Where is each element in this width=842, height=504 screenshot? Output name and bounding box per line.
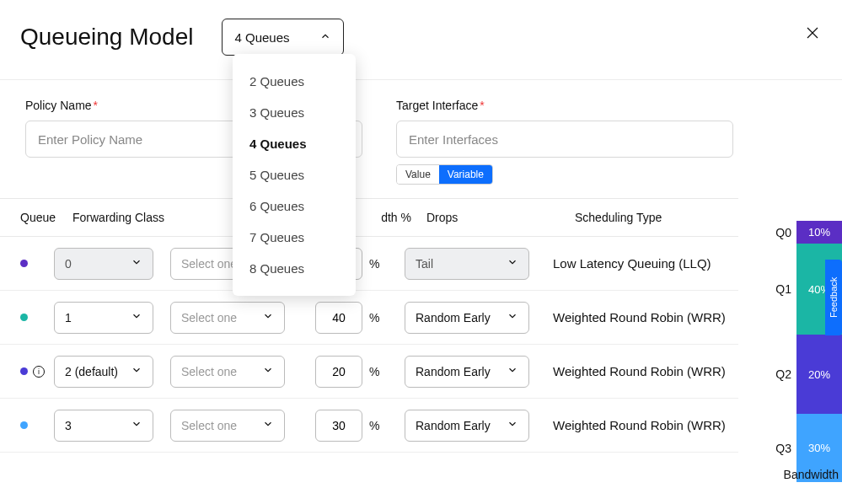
drops-select[interactable]: Random Early <box>405 410 529 442</box>
queues-option[interactable]: 5 Queues <box>233 159 356 190</box>
scheduling-type-text: Weighted Round Robin (WRR) <box>548 310 738 324</box>
queues-option[interactable]: 6 Queues <box>233 190 356 222</box>
required-asterisk: * <box>94 99 98 112</box>
chart-bar-label: Q1 <box>770 282 796 296</box>
bandwidth-unit: % <box>369 365 379 378</box>
target-interface-label: Target Interface* <box>396 99 733 112</box>
scheduling-type-text: Weighted Round Robin (WRR) <box>548 418 738 432</box>
chart-bar: 20% <box>796 335 842 414</box>
chart-bar: 10% <box>796 221 842 244</box>
bandwidth-unit: % <box>369 257 379 271</box>
queue-color-dot <box>20 367 28 375</box>
chevron-down-icon <box>262 310 274 324</box>
chevron-down-icon <box>507 364 518 378</box>
value-variable-toggle: Value Variable <box>396 164 493 185</box>
queues-dropdown-panel: 2 Queues3 Queues4 Queues5 Queues6 Queues… <box>233 54 356 296</box>
queues-option[interactable]: 2 Queues <box>233 66 356 97</box>
chevron-down-icon <box>507 418 518 432</box>
bandwidth-unit: % <box>369 419 379 432</box>
forwarding-class-select[interactable]: Select one <box>170 410 285 442</box>
table-header: Queue Forwarding Class dth % Drops Sched… <box>0 198 738 237</box>
scheduling-type-text: Weighted Round Robin (WRR) <box>548 364 738 378</box>
chevron-down-icon <box>131 256 142 271</box>
chevron-down-icon <box>507 256 518 271</box>
col-drops: Drops <box>426 211 570 224</box>
queue-number-select: 0 <box>54 248 153 280</box>
bandwidth-input[interactable] <box>315 356 362 388</box>
scheduling-type-text: Low Latency Queuing (LLQ) <box>548 256 738 271</box>
feedback-tab[interactable]: Feedback <box>825 260 842 335</box>
queues-option[interactable]: 7 Queues <box>233 222 356 253</box>
queue-color-dot <box>20 421 28 429</box>
page-title: Queueing Model <box>20 24 193 51</box>
queues-option[interactable]: 4 Queues <box>233 128 356 159</box>
queue-color-dot <box>20 260 28 267</box>
bandwidth-chart-label: Bandwidth <box>784 468 839 481</box>
required-asterisk: * <box>480 99 484 112</box>
chevron-down-icon <box>131 418 142 432</box>
forwarding-class-select[interactable]: Select one <box>170 302 285 334</box>
table-row: 0Select one%TailLow Latency Queuing (LLQ… <box>0 237 738 291</box>
bandwidth-input[interactable] <box>315 302 362 334</box>
drops-select[interactable]: Random Early <box>405 356 529 388</box>
queue-color-dot <box>20 314 28 321</box>
chart-bar-label: Q3 <box>770 442 796 455</box>
queue-number-select[interactable]: 2 (default) <box>54 356 153 388</box>
toggle-variable[interactable]: Variable <box>439 165 492 184</box>
chevron-down-icon <box>131 310 142 324</box>
close-icon[interactable] <box>805 25 820 44</box>
forwarding-class-select[interactable]: Select one <box>170 356 285 388</box>
chevron-down-icon <box>262 364 274 378</box>
chevron-down-icon <box>262 418 274 432</box>
bandwidth-input[interactable] <box>315 410 362 442</box>
queue-number-select[interactable]: 3 <box>54 410 153 442</box>
toggle-value[interactable]: Value <box>397 165 439 184</box>
drops-select[interactable]: Random Early <box>405 302 529 334</box>
chevron-up-icon <box>319 30 331 45</box>
col-queue: Queue <box>0 211 51 224</box>
table-row: i2 (default)Select one%Random EarlyWeigh… <box>0 345 738 399</box>
table-row: 1Select one%Random EarlyWeighted Round R… <box>0 291 738 345</box>
queue-number-select[interactable]: 1 <box>54 302 153 334</box>
target-interface-input[interactable] <box>396 121 733 158</box>
chevron-down-icon <box>131 364 142 378</box>
table-row: 3Select one%Random EarlyWeighted Round R… <box>0 399 738 453</box>
chart-bar-label: Q0 <box>770 226 796 239</box>
chevron-down-icon <box>507 310 518 324</box>
chart-bar-label: Q2 <box>770 367 796 381</box>
info-icon[interactable]: i <box>33 366 45 378</box>
queues-select[interactable]: 4 Queues <box>222 19 344 56</box>
queues-option[interactable]: 8 Queues <box>233 253 356 284</box>
queues-select-value: 4 Queues <box>234 30 289 45</box>
col-scheduling: Scheduling Type <box>570 211 738 224</box>
bandwidth-unit: % <box>369 311 379 324</box>
drops-select: Tail <box>405 248 529 280</box>
queues-option[interactable]: 3 Queues <box>233 97 356 128</box>
